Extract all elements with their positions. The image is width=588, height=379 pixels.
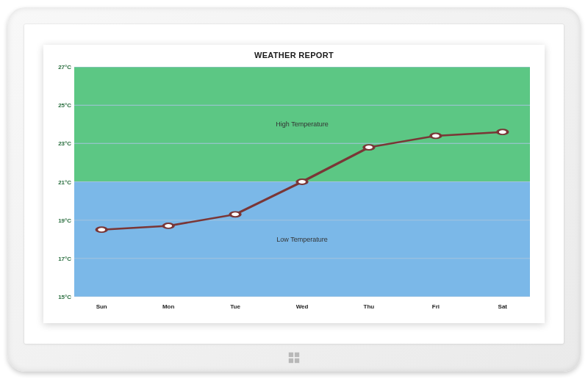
svg-point-15 — [498, 129, 508, 134]
y-axis-tick: 17°C — [51, 255, 71, 261]
x-axis-tick: Fri — [432, 303, 440, 310]
x-axis-tick: Tue — [230, 303, 240, 310]
svg-point-12 — [297, 179, 307, 184]
tablet-screen: WEATHER REPORT 27°C25°C23°C21°C19°C17°C1… — [24, 24, 564, 344]
y-axis-tick: 21°C — [51, 178, 71, 185]
svg-point-10 — [163, 223, 173, 228]
svg-rect-19 — [295, 358, 299, 363]
svg-rect-18 — [289, 358, 293, 363]
chart-svg — [74, 67, 530, 297]
x-axis-tick: Wed — [296, 303, 309, 310]
chart-plot-area: 27°C25°C23°C21°C19°C17°C15°CSunMonTueWed… — [74, 67, 530, 297]
zone-label: Low Temperature — [276, 236, 327, 243]
y-axis-tick: 23°C — [51, 140, 71, 147]
svg-rect-16 — [289, 353, 293, 357]
x-axis-tick: Sat — [498, 303, 507, 310]
y-axis-tick: 15°C — [51, 294, 71, 300]
y-axis-tick: 27°C — [51, 64, 71, 71]
x-axis-tick: Mon — [162, 303, 174, 310]
zone-label: High Temperature — [276, 120, 328, 128]
chart-card: WEATHER REPORT 27°C25°C23°C21°C19°C17°C1… — [43, 45, 545, 323]
svg-rect-17 — [295, 353, 299, 357]
svg-point-11 — [230, 212, 240, 217]
svg-point-9 — [96, 227, 107, 232]
svg-point-14 — [431, 133, 441, 138]
y-axis-tick: 25°C — [51, 102, 71, 109]
svg-point-13 — [364, 145, 374, 150]
y-axis-tick: 19°C — [51, 217, 71, 223]
x-axis-tick: Sun — [96, 303, 107, 310]
chart-title: WEATHER REPORT — [43, 51, 545, 59]
x-axis-tick: Thu — [364, 303, 375, 310]
windows-home-icon[interactable] — [287, 351, 301, 364]
tablet-frame: WEATHER REPORT 27°C25°C23°C21°C19°C17°C1… — [7, 7, 581, 372]
